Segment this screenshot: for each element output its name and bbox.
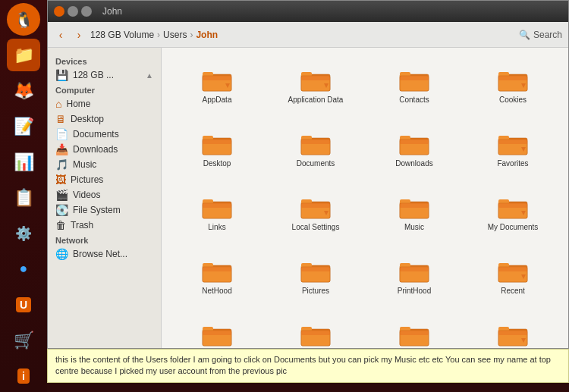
close-button[interactable]	[54, 6, 64, 17]
file-item[interactable]: PrintHood	[366, 246, 462, 307]
folder-icon	[497, 130, 529, 156]
file-item[interactable]: Desktop	[169, 119, 265, 180]
tooltip-bar: this is the content of the Users folder …	[47, 349, 569, 383]
tooltip-text: this is the content of the Users folder …	[55, 355, 551, 375]
file-item[interactable]: Favorites	[465, 119, 561, 180]
sidebar-item-label: 128 GB ...	[73, 70, 114, 80]
svg-rect-13	[400, 76, 429, 80]
folder-icon	[201, 258, 233, 284]
sidebar-item-label: Videos	[73, 190, 100, 200]
folder-icon	[300, 321, 332, 347]
file-label: Pictures	[302, 287, 329, 296]
file-item[interactable]: Contacts	[366, 55, 462, 116]
search-box[interactable]: 🔍 Search	[519, 30, 562, 40]
sidebar-item-documents[interactable]: 📄 Documents	[48, 127, 161, 142]
sidebar-item-filesystem[interactable]: 💽 File System	[48, 202, 161, 218]
svg-rect-61	[301, 267, 330, 271]
folder-icon	[201, 130, 233, 156]
file-item[interactable]: Saved Games	[169, 310, 265, 348]
videos-icon: 🎬	[55, 189, 68, 201]
file-item[interactable]: Local Settings	[268, 183, 363, 243]
unity-icon[interactable]: ●	[7, 252, 40, 285]
forward-button[interactable]: ›	[72, 28, 86, 42]
svg-rect-17	[498, 76, 527, 80]
file-item[interactable]: Music	[366, 183, 462, 243]
maximize-button[interactable]	[81, 6, 92, 17]
svg-rect-39	[203, 203, 231, 208]
file-item[interactable]: My Documents	[465, 183, 561, 243]
content-area: Devices 💾 128 GB ... ▲ Computer ⌂ Home 🖥…	[48, 48, 568, 348]
drive-icon: 💾	[55, 69, 68, 81]
calc-icon[interactable]: 📊	[7, 146, 40, 178]
sidebar-item-label: Downloads	[73, 144, 118, 155]
svg-rect-74	[203, 331, 231, 335]
file-item[interactable]: Links	[169, 183, 265, 243]
file-item[interactable]: NetHood	[169, 246, 265, 307]
file-item[interactable]: Application Data	[268, 55, 363, 116]
svg-rect-3	[203, 76, 231, 80]
file-manager-window: John ‹ › 128 GB Volume › Users › John 🔍 …	[47, 0, 569, 349]
breadcrumb-volume[interactable]: 128 GB Volume	[90, 30, 154, 40]
folder-icon	[398, 321, 430, 347]
breadcrumb-sep-1: ›	[157, 30, 160, 40]
breadcrumb-john[interactable]: John	[196, 30, 218, 40]
file-item[interactable]: Downloads	[366, 119, 462, 180]
file-item[interactable]: Pictures	[268, 246, 363, 307]
text-icon[interactable]: U	[7, 288, 40, 321]
music-icon: 🎵	[55, 158, 68, 171]
folder-icon	[398, 258, 430, 284]
folder-icon	[300, 67, 332, 93]
minimize-button[interactable]	[68, 6, 78, 17]
window-controls	[54, 6, 92, 17]
svg-rect-52	[498, 203, 527, 208]
sidebar-item-downloads[interactable]: 📥 Downloads	[48, 142, 161, 157]
store-icon[interactable]: 🛒	[7, 324, 40, 356]
files-icon[interactable]: 📁	[7, 39, 40, 71]
file-label: Favorites	[497, 159, 528, 168]
documents-icon: 📄	[55, 128, 68, 140]
file-label: Cookies	[499, 96, 527, 105]
ubuntu-logo-icon[interactable]: 🐧	[7, 3, 40, 36]
file-item[interactable]: Recent	[465, 246, 561, 307]
home-icon: ⌂	[55, 98, 61, 110]
file-label: Desktop	[203, 159, 231, 168]
help-icon[interactable]: i	[7, 359, 40, 392]
sidebar-item-home[interactable]: ⌂ Home	[48, 96, 161, 111]
file-label: Music	[404, 223, 424, 232]
svg-rect-57	[203, 267, 231, 271]
sidebar-item-128gb[interactable]: 💾 128 GB ... ▲	[48, 67, 161, 83]
settings-icon[interactable]: ⚙️	[7, 217, 40, 249]
browser-icon[interactable]: 🦊	[7, 74, 40, 107]
search-icon: 🔍	[519, 30, 530, 40]
writer-icon[interactable]: 📝	[7, 110, 40, 143]
svg-rect-43	[301, 203, 330, 208]
file-label: NetHood	[202, 287, 231, 296]
sidebar-item-network[interactable]: 🌐 Browse Net...	[48, 246, 161, 262]
file-label: Local Settings	[292, 223, 340, 232]
sidebar-item-label: Browse Net...	[73, 249, 127, 259]
pictures-icon: 🖼	[55, 174, 66, 186]
file-label: PrintHood	[398, 287, 431, 296]
sidebar-item-music[interactable]: 🎵 Music	[48, 157, 161, 172]
file-item[interactable]: Start Menu	[465, 310, 561, 348]
svg-rect-22	[203, 140, 231, 144]
folder-icon	[497, 67, 529, 93]
file-item[interactable]: Searches	[268, 310, 363, 348]
folder-icon	[398, 130, 430, 156]
notes-icon[interactable]: 📋	[7, 181, 40, 214]
back-button[interactable]: ‹	[54, 28, 68, 42]
svg-rect-82	[400, 331, 429, 335]
file-item[interactable]: Documents	[268, 119, 363, 180]
file-item[interactable]: SendTo	[366, 310, 462, 348]
file-item[interactable]: AppData	[169, 55, 265, 116]
sidebar-item-pictures[interactable]: 🖼 Pictures	[48, 172, 161, 187]
sidebar-item-desktop[interactable]: 🖥 Desktop	[48, 111, 161, 127]
expand-icon: ▲	[146, 71, 153, 80]
svg-rect-34	[498, 140, 527, 144]
file-item[interactable]: Cookies	[465, 55, 561, 116]
breadcrumb-users[interactable]: Users	[163, 30, 187, 40]
svg-rect-86	[498, 331, 527, 335]
sidebar-item-videos[interactable]: 🎬 Videos	[48, 187, 161, 202]
sidebar-item-trash[interactable]: 🗑 Trash	[48, 218, 161, 233]
sidebar-item-label: Home	[66, 99, 90, 109]
